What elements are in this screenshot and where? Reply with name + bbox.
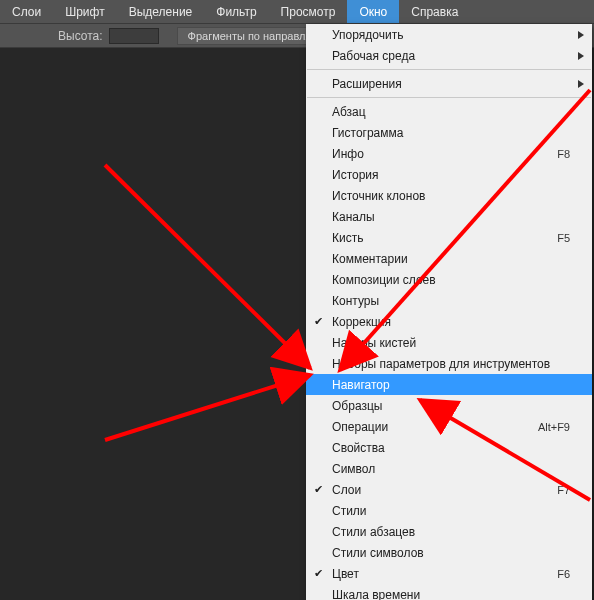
check-icon: ✔ [314, 567, 323, 580]
menu-item-label: Цвет [332, 567, 359, 581]
submenu-arrow-icon [578, 31, 584, 39]
menu-shortcut: F8 [557, 148, 570, 160]
menu-item[interactable]: Стили символов [306, 542, 592, 563]
menu-item-label: Композиции слоев [332, 273, 436, 287]
submenu-arrow-icon [578, 52, 584, 60]
menu-item-label: Гистограмма [332, 126, 403, 140]
menu-item-label: Расширения [332, 77, 402, 91]
menubar: СлоиШрифтВыделениеФильтрПросмотрОкноСпра… [0, 0, 594, 24]
menu-item-label: Стили [332, 504, 367, 518]
check-icon: ✔ [314, 315, 323, 328]
menu-item[interactable]: Упорядочить [306, 24, 592, 45]
menu-item[interactable]: Шкала времени [306, 584, 592, 600]
menu-item[interactable]: Источник клонов [306, 185, 592, 206]
menu-item-label: Рабочая среда [332, 49, 415, 63]
menu-item[interactable]: Навигатор [306, 374, 592, 395]
menu-item-label: Инфо [332, 147, 364, 161]
menu-item[interactable]: Комментарии [306, 248, 592, 269]
menu-item-label: Свойства [332, 441, 385, 455]
menu-item[interactable]: ИнфоF8 [306, 143, 592, 164]
menu-item-label: Кисть [332, 231, 363, 245]
menubar-item-4[interactable]: Просмотр [269, 0, 348, 23]
menu-item[interactable]: Контуры [306, 290, 592, 311]
menu-item-label: Операции [332, 420, 388, 434]
menu-separator [307, 97, 591, 98]
menu-item[interactable]: Каналы [306, 206, 592, 227]
menubar-item-5[interactable]: Окно [347, 0, 399, 23]
menu-item-label: Источник клонов [332, 189, 425, 203]
menu-item-label: Каналы [332, 210, 375, 224]
menu-item[interactable]: Стили [306, 500, 592, 521]
menu-item[interactable]: ОперацииAlt+F9 [306, 416, 592, 437]
menu-item[interactable]: Свойства [306, 437, 592, 458]
menu-item-label: История [332, 168, 379, 182]
menu-item-label: Стили абзацев [332, 525, 415, 539]
menu-item[interactable]: Рабочая среда [306, 45, 592, 66]
window-dropdown: УпорядочитьРабочая средаРасширенияАбзацГ… [306, 24, 592, 600]
menu-item-label: Стили символов [332, 546, 424, 560]
menu-item[interactable]: Расширения [306, 73, 592, 94]
menubar-item-3[interactable]: Фильтр [204, 0, 268, 23]
menu-item[interactable]: Наборы кистей [306, 332, 592, 353]
menu-item-label: Наборы кистей [332, 336, 416, 350]
height-input[interactable] [109, 28, 159, 44]
menu-item[interactable]: Наборы параметров для инструментов [306, 353, 592, 374]
menu-shortcut: F7 [557, 484, 570, 496]
menu-item[interactable]: Символ [306, 458, 592, 479]
menu-separator [307, 69, 591, 70]
menu-item[interactable]: ✔ЦветF6 [306, 563, 592, 584]
menu-item[interactable]: ✔СлоиF7 [306, 479, 592, 500]
menu-item[interactable]: Стили абзацев [306, 521, 592, 542]
check-icon: ✔ [314, 483, 323, 496]
menu-item-label: Контуры [332, 294, 379, 308]
menubar-item-2[interactable]: Выделение [117, 0, 205, 23]
menubar-item-6[interactable]: Справка [399, 0, 470, 23]
menu-item[interactable]: Абзац [306, 101, 592, 122]
menu-item-label: Комментарии [332, 252, 408, 266]
menubar-item-1[interactable]: Шрифт [53, 0, 116, 23]
menu-item-label: Наборы параметров для инструментов [332, 357, 550, 371]
menu-item-label: Упорядочить [332, 28, 403, 42]
menu-item-label: Образцы [332, 399, 382, 413]
menu-shortcut: F5 [557, 232, 570, 244]
menu-item[interactable]: Композиции слоев [306, 269, 592, 290]
menu-item-label: Абзац [332, 105, 366, 119]
menu-shortcut: Alt+F9 [538, 421, 570, 433]
menu-item[interactable]: Гистограмма [306, 122, 592, 143]
menu-item[interactable]: ✔Коррекция [306, 311, 592, 332]
menu-item[interactable]: История [306, 164, 592, 185]
menu-item-label: Навигатор [332, 378, 390, 392]
menu-shortcut: F6 [557, 568, 570, 580]
menubar-item-0[interactable]: Слои [0, 0, 53, 23]
menu-item-label: Слои [332, 483, 361, 497]
menu-item-label: Шкала времени [332, 588, 420, 601]
height-label: Высота: [58, 29, 103, 43]
menu-item[interactable]: Образцы [306, 395, 592, 416]
menu-item-label: Коррекция [332, 315, 391, 329]
menu-item[interactable]: КистьF5 [306, 227, 592, 248]
menu-item-label: Символ [332, 462, 375, 476]
submenu-arrow-icon [578, 80, 584, 88]
